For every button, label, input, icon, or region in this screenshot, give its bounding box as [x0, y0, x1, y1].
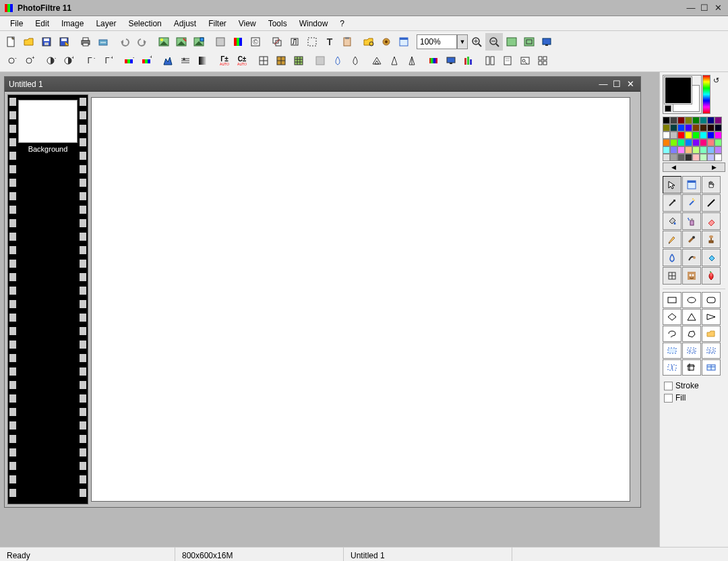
plugin-icon[interactable] [377, 33, 395, 51]
palette-nav[interactable]: ◀▶ [663, 163, 725, 172]
prefs-icon[interactable] [460, 52, 477, 69]
triangle-shape[interactable] [682, 309, 701, 325]
smudge-tool[interactable] [682, 249, 701, 266]
palette-color[interactable] [685, 124, 692, 131]
layer-thumbnail[interactable]: Background [19, 100, 77, 153]
spray-tool[interactable] [682, 212, 701, 230]
pencil-tool[interactable] [663, 231, 681, 248]
page-icon[interactable] [499, 52, 516, 69]
menu-adjust[interactable]: Adjust [168, 18, 202, 30]
picker-tool[interactable] [663, 194, 681, 212]
save-icon[interactable] [38, 33, 55, 51]
line-tool[interactable] [702, 194, 721, 212]
palette-color[interactable] [685, 131, 692, 139]
image1-icon[interactable] [155, 33, 173, 51]
deform-tool[interactable] [663, 267, 681, 285]
canvas-icon[interactable]: Л [286, 33, 303, 51]
zoom-actual-icon[interactable] [520, 33, 538, 51]
palette-color[interactable] [670, 139, 677, 146]
doc-minimize-button[interactable]: — [597, 79, 609, 90]
doc-maximize-button[interactable]: ☐ [611, 79, 623, 90]
saveas-icon[interactable] [55, 33, 73, 51]
palette-color[interactable] [707, 146, 715, 154]
resize-icon[interactable] [268, 33, 286, 51]
hue-icon[interactable] [425, 52, 442, 69]
zoom-in-icon[interactable] [468, 33, 485, 51]
window-icon[interactable] [395, 33, 413, 51]
grid3-icon[interactable] [290, 52, 307, 69]
sel-crop-icon[interactable] [303, 33, 321, 51]
clipboard-icon[interactable] [338, 33, 356, 51]
roundrect-shape[interactable] [702, 292, 721, 308]
hue-strip[interactable] [702, 75, 710, 114]
sat-plus-icon[interactable]: + [138, 52, 155, 69]
minimize-button[interactable]: — [685, 3, 697, 13]
histogram-icon[interactable] [159, 52, 177, 69]
menu-filter[interactable]: Filter [202, 18, 233, 30]
palette-color[interactable] [663, 124, 670, 131]
grayscale-icon[interactable] [194, 52, 212, 69]
sel-b[interactable]: 4:3 [682, 343, 701, 359]
sharp2-icon[interactable] [403, 52, 421, 69]
monitor-icon[interactable] [442, 52, 460, 69]
zoom-out-icon[interactable] [485, 33, 503, 51]
heal-tool[interactable] [702, 249, 721, 266]
fill-checkbox-row[interactable]: Fill [663, 392, 725, 404]
redeye-tool[interactable] [682, 267, 701, 285]
sharp-icon[interactable] [386, 52, 403, 69]
grid-icon[interactable] [212, 33, 229, 51]
gamma-minus-icon[interactable]: Γ- [81, 52, 98, 69]
default-black[interactable] [665, 105, 671, 112]
palette-color[interactable] [670, 146, 677, 154]
fill-checkbox[interactable] [664, 394, 673, 403]
auto-level-icon[interactable]: Γ±AUTO [216, 52, 233, 69]
palette-color[interactable] [663, 117, 670, 124]
auto-contrast-icon[interactable]: С±AUTO [233, 52, 251, 69]
bucket-tool[interactable] [663, 212, 681, 230]
sel-c[interactable]: 3:2 [702, 343, 721, 359]
palette-color[interactable] [670, 131, 677, 139]
palette-color[interactable] [700, 146, 707, 154]
layer-filmstrip[interactable]: Background [7, 94, 88, 504]
table-shape[interactable] [702, 359, 721, 376]
zoom-level[interactable]: 100% [417, 34, 457, 49]
pointer-tool[interactable] [663, 176, 681, 194]
palette-color[interactable] [670, 124, 677, 131]
image3-icon[interactable] [190, 33, 208, 51]
color-palette[interactable] [663, 117, 725, 161]
menu-selection[interactable]: Selection [122, 18, 167, 30]
wand-tool[interactable] [682, 194, 701, 212]
drop2-icon[interactable] [346, 52, 364, 69]
scanner-icon[interactable] [94, 33, 112, 51]
lasso-shape[interactable] [663, 326, 681, 342]
palette-color[interactable] [692, 117, 700, 124]
sel-a[interactable] [663, 343, 681, 359]
folder-shape[interactable] [702, 326, 721, 342]
menu-tools[interactable]: Tools [262, 18, 293, 30]
palette-color[interactable] [700, 124, 707, 131]
crop-shape[interactable] [682, 359, 701, 376]
open-icon[interactable] [20, 33, 38, 51]
zoom-dropdown[interactable]: ▼ [457, 34, 468, 49]
palette-color[interactable] [663, 139, 670, 146]
blur-icon[interactable] [311, 52, 329, 69]
foreground-color[interactable] [665, 77, 692, 104]
palette-color[interactable] [715, 146, 722, 154]
relief-icon[interactable] [368, 52, 386, 69]
menu-help[interactable]: ? [334, 18, 351, 30]
palette-color[interactable] [715, 154, 722, 161]
grid2-icon[interactable] [272, 52, 290, 69]
levels-icon[interactable] [177, 52, 194, 69]
new-icon[interactable] [3, 33, 20, 51]
zoom-fit-icon[interactable] [503, 33, 520, 51]
palette-color[interactable] [715, 124, 722, 131]
palette-color[interactable] [692, 154, 700, 161]
print-icon[interactable] [77, 33, 94, 51]
palette-color[interactable] [663, 146, 670, 154]
blur-tool[interactable] [663, 249, 681, 266]
eraser-tool[interactable] [702, 212, 721, 230]
palette-color[interactable] [692, 146, 700, 154]
palette-color[interactable] [677, 124, 685, 131]
menu-window[interactable]: Window [293, 18, 334, 30]
maximize-button[interactable]: ☐ [698, 3, 710, 13]
